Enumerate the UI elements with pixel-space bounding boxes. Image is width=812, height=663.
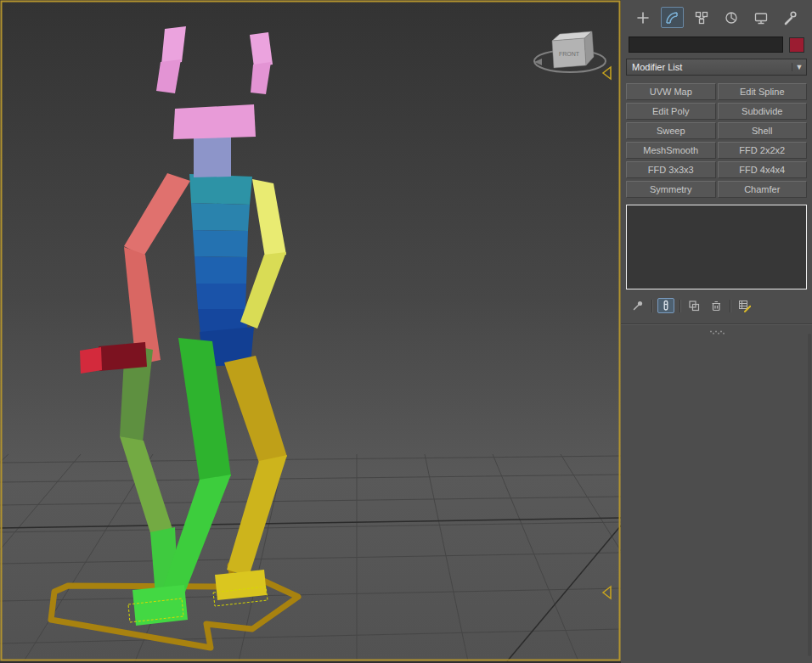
modifier-buttons-grid: UVW Map Edit Spline Edit Poly Subdivide … — [621, 83, 812, 198]
modifier-button-ffd-2x2x2[interactable]: FFD 2x2x2 — [718, 142, 808, 159]
panel-scrollbar[interactable] — [808, 334, 811, 656]
tab-hierarchy[interactable] — [691, 7, 713, 28]
modifier-button-sweep[interactable]: Sweep — [626, 122, 716, 139]
viewcube-front-label: FRONT — [559, 51, 580, 57]
chevron-down-icon: ▼ — [792, 63, 806, 71]
modify-icon — [664, 10, 679, 25]
motion-icon — [724, 10, 739, 25]
modifier-button-edit-poly[interactable]: Edit Poly — [626, 103, 716, 120]
command-panel-tabs — [621, 0, 812, 33]
modifier-button-uvw-map[interactable]: UVW Map — [626, 83, 716, 100]
rollout-separator — [621, 323, 812, 325]
modifier-button-chamfer[interactable]: Chamfer — [718, 181, 808, 198]
toolbar-divider — [651, 300, 652, 312]
display-icon — [753, 10, 769, 25]
pin-stack-button[interactable] — [629, 298, 646, 313]
toolbar-divider — [679, 300, 680, 312]
modifier-button-ffd-3x3x3[interactable]: FFD 3x3x3 — [626, 161, 716, 178]
modifier-button-ffd-4x4x4[interactable]: FFD 4x4x4 — [718, 161, 808, 178]
modifier-button-edit-spline[interactable]: Edit Spline — [718, 83, 808, 100]
make-unique-button[interactable] — [685, 298, 702, 313]
make-unique-icon — [687, 299, 701, 312]
modifier-button-symmetry[interactable]: Symmetry — [626, 181, 716, 198]
hierarchy-icon — [694, 10, 709, 25]
tab-motion[interactable] — [719, 7, 742, 28]
modifier-button-meshsmooth[interactable]: MeshSmooth — [626, 142, 716, 159]
command-panel: Modifier List ▼ UVW Map Edit Spline Edit… — [621, 0, 812, 663]
object-color-swatch[interactable] — [789, 37, 804, 53]
viewport-scene[interactable]: FRONT — [0, 0, 621, 661]
wrench-icon — [782, 10, 798, 25]
perspective-viewport[interactable]: FRONT — [0, 0, 621, 661]
modifier-list-label: Modifier List — [627, 62, 792, 72]
modifier-button-shell[interactable]: Shell — [718, 122, 808, 139]
foot-right-gold — [215, 570, 267, 600]
pin-icon — [631, 299, 645, 312]
modifier-stack-toolbar — [621, 297, 812, 314]
configure-modifier-sets-button[interactable] — [736, 298, 753, 313]
show-end-result-button[interactable] — [657, 298, 674, 313]
rollout-resize-handle[interactable] — [708, 330, 725, 334]
configure-sets-icon — [737, 299, 751, 312]
tab-display[interactable] — [749, 7, 772, 28]
foot-left-green — [133, 585, 188, 626]
head-bone[interactable] — [173, 104, 256, 139]
object-name-row — [621, 33, 812, 53]
tab-utilities[interactable] — [779, 7, 802, 28]
application-window: FRONT — [0, 0, 812, 663]
toolbar-divider — [730, 300, 730, 312]
modifier-stack-list[interactable] — [626, 205, 807, 289]
modifier-button-subdivide[interactable]: Subdivide — [718, 103, 808, 120]
plus-icon — [635, 10, 651, 25]
remove-modifier-button[interactable] — [708, 298, 725, 313]
tab-create[interactable] — [631, 7, 654, 28]
modifier-list-dropdown[interactable]: Modifier List ▼ — [626, 59, 807, 76]
trash-icon — [709, 299, 723, 312]
tab-modify[interactable] — [661, 7, 684, 28]
neck-bone[interactable] — [194, 134, 231, 177]
object-name-input[interactable] — [629, 37, 783, 53]
show-end-result-icon — [659, 299, 673, 312]
